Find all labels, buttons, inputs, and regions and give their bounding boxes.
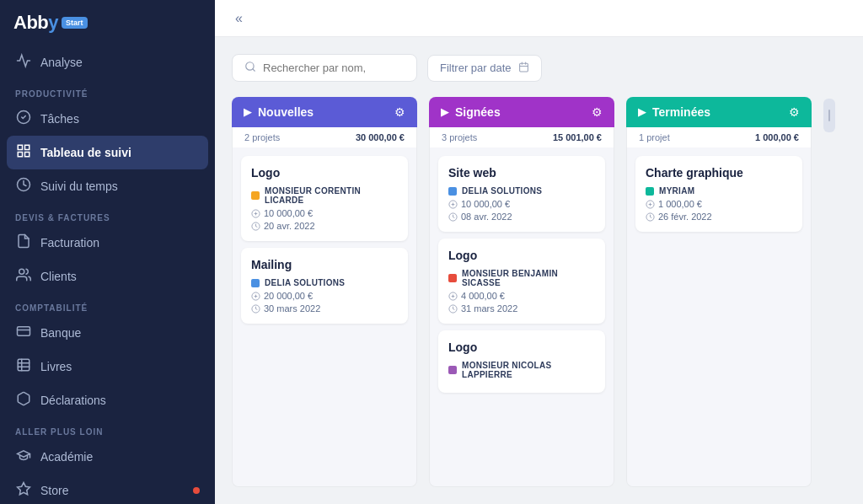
client-color-dot bbox=[448, 366, 457, 374]
top-bar: « bbox=[215, 0, 863, 37]
cards-list-signees: Site web Delia Solutions 10 000,00 € 08 … bbox=[429, 147, 614, 487]
search-input[interactable] bbox=[263, 62, 398, 74]
sidebar-item-label: Store bbox=[40, 484, 68, 497]
sidebar-item-label: Livres bbox=[40, 360, 72, 373]
suivi-temps-icon bbox=[15, 177, 32, 196]
expand-arrow-nouvelles[interactable]: ▶ bbox=[244, 106, 251, 118]
sidebar-item-store[interactable]: Store bbox=[0, 474, 215, 504]
logo-area: Abby Start bbox=[0, 0, 215, 46]
sidebar-item-academie[interactable]: Académie bbox=[0, 440, 215, 474]
card-siteweb-signees[interactable]: Site web Delia Solutions 10 000,00 € 08 … bbox=[438, 156, 605, 232]
client-name: Myriam bbox=[659, 186, 694, 196]
column-total-signees: 15 001,00 € bbox=[553, 132, 602, 142]
calendar-icon bbox=[518, 62, 529, 75]
column-count-signees: 3 projets bbox=[442, 132, 477, 142]
card-date: 20 avr. 2022 bbox=[251, 221, 398, 231]
search-filter-bar: Filtrer par date bbox=[232, 54, 846, 82]
section-label-productivite: PRODUCTIVITÉ bbox=[0, 79, 215, 102]
section-label-comptabilite: COMPTABILITÉ bbox=[0, 293, 215, 316]
card-mailing-nouvelles[interactable]: Mailing Delia Solutions 20 000,00 € 30 m… bbox=[241, 248, 408, 324]
card-logo-signees-2[interactable]: Logo MONSIEUR NICOLAS LAPPIERRE bbox=[438, 330, 605, 393]
card-amount: 4 000,00 € bbox=[448, 291, 595, 301]
card-client: MONSIEUR CORENTIN LICARDE bbox=[251, 186, 398, 205]
column-signees: ▶ Signées ⚙ 3 projets 15 001,00 € Site w… bbox=[429, 97, 614, 487]
expand-arrow-signees[interactable]: ▶ bbox=[441, 106, 448, 118]
card-title: Logo bbox=[251, 166, 398, 180]
column-total-nouvelles: 30 000,00 € bbox=[356, 132, 405, 142]
expand-arrow-terminees[interactable]: ▶ bbox=[638, 106, 646, 118]
filter-label: Filtrer par date bbox=[440, 62, 512, 74]
sidebar-item-clients[interactable]: Clients bbox=[0, 260, 215, 293]
livres-icon bbox=[15, 357, 32, 376]
card-logo-nouvelles[interactable]: Logo MONSIEUR CORENTIN LICARDE 10 000,00… bbox=[241, 156, 408, 241]
card-title: Charte graphique bbox=[646, 166, 792, 180]
gear-icon-signees[interactable]: ⚙ bbox=[592, 105, 603, 119]
sidebar-item-label: Suivi du temps bbox=[40, 180, 118, 193]
svg-rect-4 bbox=[25, 153, 29, 157]
sidebar-item-label: Déclarations bbox=[40, 394, 106, 407]
svg-rect-7 bbox=[18, 327, 30, 336]
column-title-nouvelles: Nouvelles bbox=[258, 105, 314, 119]
kanban-board: ▶ Nouvelles ⚙ 2 projets 30 000,00 € Logo… bbox=[232, 97, 846, 487]
card-date: 08 avr. 2022 bbox=[448, 212, 595, 222]
sidebar-item-taches[interactable]: Tâches bbox=[0, 102, 215, 136]
card-date: 31 mars 2022 bbox=[448, 303, 595, 314]
client-color-dot bbox=[251, 279, 260, 287]
card-amount: 10 000,00 € bbox=[251, 208, 398, 218]
column-total-terminees: 1 000,00 € bbox=[755, 132, 799, 142]
board-area: Filtrer par date ▶ Nouvelles ⚙ 2 projets bbox=[215, 37, 863, 504]
sidebar-item-tableau[interactable]: Tableau de suivi bbox=[7, 136, 208, 169]
column-terminees: ▶ Terminées ⚙ 1 projet 1 000,00 € Charte… bbox=[626, 97, 812, 487]
client-name: MONSIEUR NICOLAS LAPPIERRE bbox=[462, 361, 595, 379]
sidebar-item-label: Facturation bbox=[40, 236, 99, 249]
card-charte-terminees[interactable]: Charte graphique Myriam 1 000,00 € 26 fé… bbox=[635, 156, 802, 232]
column-header-terminees: ▶ Terminées ⚙ bbox=[626, 97, 812, 127]
sidebar-item-declarations[interactable]: Déclarations bbox=[0, 383, 215, 417]
client-color-dot bbox=[448, 187, 457, 196]
column-header-nouvelles: ▶ Nouvelles ⚙ bbox=[232, 97, 417, 127]
card-client: Delia Solutions bbox=[448, 186, 595, 196]
svg-rect-3 bbox=[18, 153, 22, 157]
card-client: MONSIEUR BENJAMIN SICASSE bbox=[448, 269, 595, 287]
card-title: Logo bbox=[448, 249, 595, 262]
sidebar: Abby Start Analyse PRODUCTIVITÉ Tâches T… bbox=[0, 0, 215, 504]
column-count-nouvelles: 2 projets bbox=[244, 132, 280, 142]
card-client: Myriam bbox=[646, 186, 792, 196]
filter-date-button[interactable]: Filtrer par date bbox=[427, 55, 542, 82]
sidebar-item-label: Banque bbox=[40, 326, 81, 340]
logo-badge: Start bbox=[62, 17, 88, 29]
card-title: Mailing bbox=[251, 258, 398, 271]
svg-rect-2 bbox=[25, 145, 29, 149]
section-label-aller: ALLER PLUS LOIN bbox=[0, 417, 215, 440]
card-logo-signees-1[interactable]: Logo MONSIEUR BENJAMIN SICASSE 4 000,00 … bbox=[438, 239, 605, 324]
column-meta-nouvelles: 2 projets 30 000,00 € bbox=[232, 127, 417, 147]
card-date: 26 févr. 2022 bbox=[646, 212, 792, 222]
svg-marker-13 bbox=[18, 483, 30, 495]
declarations-icon bbox=[15, 391, 32, 410]
sidebar-item-suivi-temps[interactable]: Suivi du temps bbox=[0, 169, 215, 203]
client-color-dot bbox=[251, 191, 260, 200]
analyse-icon bbox=[15, 53, 32, 72]
sidebar-item-facturation[interactable]: Facturation bbox=[0, 226, 215, 260]
gear-icon-terminees[interactable]: ⚙ bbox=[789, 105, 800, 119]
search-icon bbox=[244, 61, 256, 75]
gear-icon-nouvelles[interactable]: ⚙ bbox=[394, 105, 405, 119]
sidebar-item-label: Clients bbox=[40, 270, 77, 283]
sidebar-item-label: Analyse bbox=[40, 56, 83, 69]
sidebar-item-banque[interactable]: Banque bbox=[0, 316, 215, 350]
svg-point-6 bbox=[19, 269, 24, 274]
client-name: Delia Solutions bbox=[462, 186, 542, 196]
sidebar-item-livres[interactable]: Livres bbox=[0, 350, 215, 383]
svg-rect-16 bbox=[519, 63, 528, 72]
card-date: 30 mars 2022 bbox=[251, 303, 398, 314]
sidebar-item-analyse[interactable]: Analyse bbox=[0, 46, 215, 79]
tableau-icon bbox=[15, 143, 32, 162]
card-title: Logo bbox=[448, 340, 595, 354]
client-color-dot bbox=[448, 274, 457, 282]
main-content: « Filtrer par date ▶ bbox=[215, 0, 863, 504]
card-amount: 1 000,00 € bbox=[646, 199, 792, 209]
card-title: Site web bbox=[448, 166, 595, 180]
card-amount: 10 000,00 € bbox=[448, 199, 595, 209]
hidden-column-indicator[interactable] bbox=[823, 99, 835, 132]
collapse-button[interactable]: « bbox=[228, 8, 249, 29]
